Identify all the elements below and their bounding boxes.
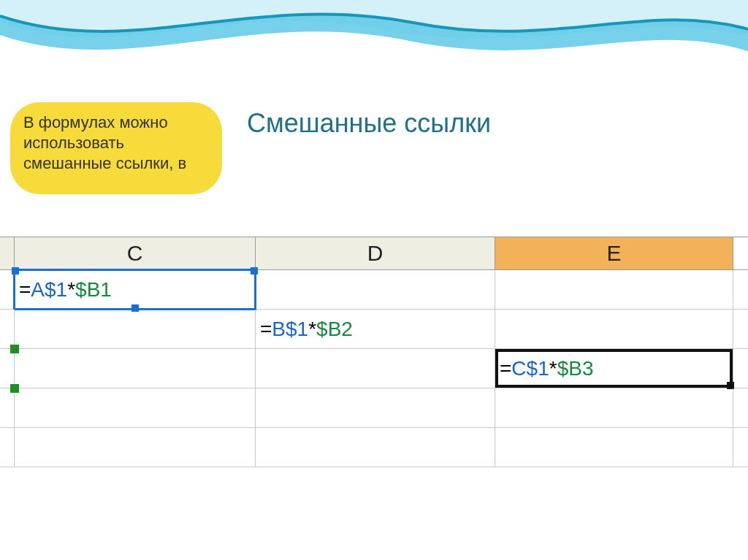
selection-outline <box>13 269 256 310</box>
column-header-c[interactable]: C <box>15 237 256 269</box>
formula-text: =B$1*$B2 <box>260 318 353 341</box>
formula-eq: = <box>500 357 511 380</box>
callout-box: В формулах можно использовать смешанные … <box>10 102 222 194</box>
grid-row: =C$1*$B3 <box>0 349 748 388</box>
cell-d4[interactable] <box>256 388 495 427</box>
column-header-e[interactable]: E <box>495 237 733 269</box>
grid-row: =A$1*$B1 <box>0 270 748 310</box>
cell-e5[interactable] <box>495 428 733 467</box>
cell-c4[interactable] <box>15 388 256 427</box>
cell-e4[interactable] <box>495 388 733 427</box>
cell-d2[interactable]: =B$1*$B2 <box>256 310 495 348</box>
cell-c2[interactable] <box>15 310 256 348</box>
grid-row: =B$1*$B2 <box>0 310 748 349</box>
cell-c5[interactable] <box>15 428 256 467</box>
selection-handle[interactable] <box>12 267 19 275</box>
cell-e1[interactable] <box>495 270 733 309</box>
formula-ref2: $B3 <box>557 357 594 380</box>
cell-c1[interactable]: =A$1*$B1 <box>15 270 256 309</box>
formula-ref1: C$1 <box>511 357 549 380</box>
cell-d1[interactable] <box>256 270 495 309</box>
presentation-slide: В формулах можно использовать смешанные … <box>0 0 748 560</box>
formula-ref2: $B2 <box>316 318 353 340</box>
row-gutter <box>0 349 15 388</box>
header-gutter <box>0 237 15 269</box>
formula-eq: = <box>260 318 272 340</box>
cell-d3[interactable] <box>256 349 495 388</box>
cell-e2[interactable] <box>495 310 733 348</box>
slide-title: Смешанные ссылки <box>247 108 491 139</box>
decorative-wave <box>0 0 748 88</box>
formula-op: * <box>308 318 316 340</box>
column-header-row: C D E <box>0 237 748 270</box>
formula-text: =C$1*$B3 <box>500 357 593 380</box>
formula-op: * <box>549 357 557 380</box>
cell-e3[interactable]: =C$1*$B3 <box>495 349 733 388</box>
row-gutter <box>0 388 15 427</box>
column-header-d[interactable]: D <box>256 237 495 269</box>
cell-c3[interactable] <box>15 349 256 388</box>
spreadsheet-view: C D E =A$1*$B1 <box>0 237 748 467</box>
cell-d5[interactable] <box>256 428 495 467</box>
grid-row <box>0 388 748 428</box>
row-gutter <box>0 310 15 348</box>
row-gutter <box>0 270 15 309</box>
formula-ref1: B$1 <box>272 318 308 340</box>
row-gutter <box>0 428 15 467</box>
callout-text: В формулах можно использовать смешанные … <box>23 113 186 172</box>
grid-row <box>0 428 748 467</box>
